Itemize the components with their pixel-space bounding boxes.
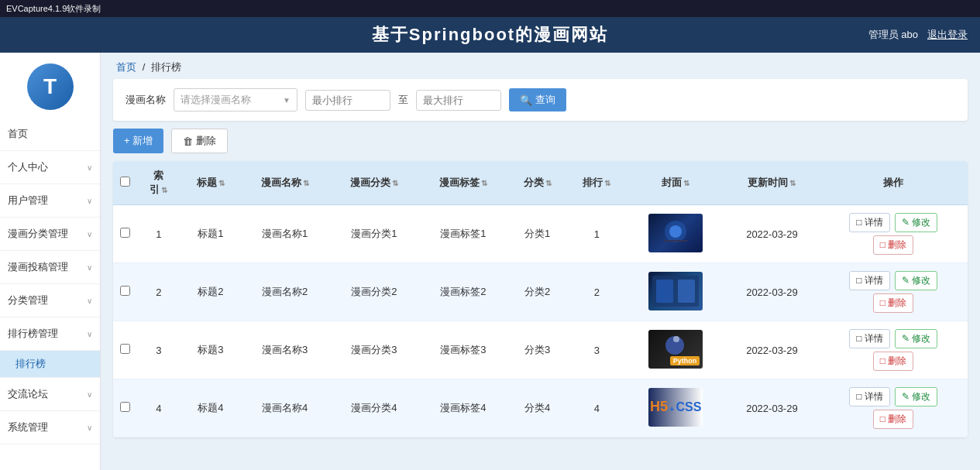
cell-title-1: 标题1 bbox=[181, 205, 241, 263]
table-row: 3 标题3 漫画名称3 漫画分类3 漫画标签3 分类3 3 Python 202… bbox=[113, 321, 968, 379]
sidebar-label-ranking-management: 排行榜管理 bbox=[8, 327, 58, 341]
search-btn-label: 查询 bbox=[535, 93, 555, 107]
min-rank-input[interactable] bbox=[305, 90, 390, 111]
cell-cover-4: H5+CSS bbox=[627, 379, 725, 437]
cell-comic-name-3: 漫画名称3 bbox=[240, 321, 329, 379]
row-checkbox-4[interactable] bbox=[120, 402, 130, 412]
th-title: 标题⇅ bbox=[181, 161, 241, 205]
search-bar: 漫画名称 请选择漫画名称 ▼ 至 🔍 查询 bbox=[113, 79, 968, 121]
chevron-icon: ∨ bbox=[87, 424, 92, 432]
detail-button-3[interactable]: □ 详情 bbox=[849, 329, 890, 348]
sidebar-item-comic-category[interactable]: 漫画分类管理 ∨ bbox=[0, 218, 100, 251]
detail-button-1[interactable]: □ 详情 bbox=[849, 213, 890, 232]
th-comic-name: 漫画名称⇅ bbox=[240, 161, 329, 205]
sidebar-item-category-management[interactable]: 分类管理 ∨ bbox=[0, 284, 100, 317]
cell-action-3: □ 详情 ✎ 修改 □ 删除 bbox=[819, 321, 968, 379]
search-button[interactable]: 🔍 查询 bbox=[509, 88, 566, 111]
th-action: 操作 bbox=[819, 161, 968, 205]
sidebar-item-system-management[interactable]: 系统管理 ∨ bbox=[0, 411, 100, 444]
cell-update-time-4: 2022-03-29 bbox=[725, 379, 820, 437]
th-update-time: 更新时间⇅ bbox=[725, 161, 820, 205]
row-checkbox-2[interactable] bbox=[120, 286, 130, 296]
row-checkbox-cell bbox=[113, 205, 136, 263]
sidebar-item-comic-editor[interactable]: 漫画投稿管理 ∨ bbox=[0, 251, 100, 284]
action-bar: + 新增 🗑 删除 bbox=[113, 129, 968, 153]
chevron-icon: ∨ bbox=[87, 163, 92, 172]
row-checkbox-1[interactable] bbox=[120, 228, 130, 238]
comic-name-placeholder: 请选择漫画名称 bbox=[181, 93, 251, 107]
max-rank-input[interactable] bbox=[416, 90, 501, 111]
sidebar-item-ranking-management[interactable]: 排行榜管理 ∨ bbox=[0, 317, 100, 351]
table-header-row: 索引⇅ 标题⇅ 漫画名称⇅ 漫画分类⇅ 漫画标签⇅ 分类⇅ 排行⇅ 封面⇅ 更新… bbox=[113, 161, 968, 205]
modify-button-4[interactable]: ✎ 修改 bbox=[895, 387, 937, 407]
action-buttons-2: □ 详情 ✎ 修改 □ 删除 bbox=[825, 271, 961, 313]
sidebar-label-ranking: 排行榜 bbox=[15, 358, 46, 369]
cell-ranking-3: 3 bbox=[567, 321, 627, 379]
th-ranking: 排行⇅ bbox=[567, 161, 627, 205]
batch-delete-button[interactable]: 🗑 删除 bbox=[171, 129, 228, 153]
svg-point-7 bbox=[673, 336, 679, 342]
content-area: 首页 / 排行榜 漫画名称 请选择漫画名称 ▼ 至 🔍 查询 + 新增 bbox=[101, 53, 980, 470]
cell-comic-category-1: 漫画分类1 bbox=[329, 205, 418, 263]
avatar: T bbox=[27, 63, 74, 110]
sort-icon: ⇅ bbox=[218, 179, 225, 187]
sort-icon: ⇅ bbox=[683, 179, 689, 187]
modify-button-2[interactable]: ✎ 修改 bbox=[895, 271, 937, 290]
cell-comic-name-1: 漫画名称1 bbox=[240, 205, 329, 263]
avatar-area: T bbox=[0, 53, 100, 118]
sidebar-label-user-management: 用户管理 bbox=[8, 194, 48, 208]
action-buttons-bottom-3: □ 删除 bbox=[873, 352, 914, 371]
search-icon: 🔍 bbox=[520, 94, 532, 106]
sort-icon: ⇅ bbox=[161, 186, 167, 194]
row-checkbox-cell bbox=[113, 263, 136, 321]
detail-button-2[interactable]: □ 详情 bbox=[849, 271, 890, 290]
title-bar-text: EVCapture4.1.9软件录制 bbox=[6, 3, 974, 15]
th-category: 分类⇅ bbox=[507, 161, 567, 205]
chevron-icon: ∨ bbox=[87, 197, 92, 205]
th-cover: 封面⇅ bbox=[627, 161, 725, 205]
action-buttons-top-4: □ 详情 ✎ 修改 bbox=[849, 387, 937, 407]
cell-comic-name-4: 漫画名称4 bbox=[240, 379, 329, 437]
th-comic-category: 漫画分类⇅ bbox=[329, 161, 418, 205]
th-checkbox bbox=[113, 161, 136, 205]
logout-button[interactable]: 退出登录 bbox=[927, 28, 968, 42]
cell-ranking-4: 4 bbox=[567, 379, 627, 437]
sidebar-label-comic-editor: 漫画投稿管理 bbox=[8, 260, 68, 274]
cell-comic-tag-3: 漫画标签3 bbox=[418, 321, 507, 379]
breadcrumb-current: 排行榜 bbox=[151, 61, 181, 73]
ranking-table: 索引⇅ 标题⇅ 漫画名称⇅ 漫画分类⇅ 漫画标签⇅ 分类⇅ 排行⇅ 封面⇅ 更新… bbox=[113, 161, 968, 437]
sidebar-item-ranking[interactable]: 排行榜 bbox=[0, 351, 100, 378]
admin-label: 管理员 abo bbox=[868, 28, 918, 42]
delete-button-3[interactable]: □ 删除 bbox=[873, 352, 914, 371]
select-all-checkbox[interactable] bbox=[120, 177, 130, 187]
cell-index-2: 2 bbox=[136, 263, 181, 321]
add-button[interactable]: + 新增 bbox=[113, 129, 163, 153]
sort-icon: ⇅ bbox=[392, 179, 398, 187]
sidebar-item-profile[interactable]: 个人中心 ∨ bbox=[0, 151, 100, 184]
sidebar-item-home[interactable]: 首页 bbox=[0, 118, 100, 151]
comic-name-select[interactable]: 请选择漫画名称 ▼ bbox=[174, 88, 297, 111]
sidebar-item-user-management[interactable]: 用户管理 ∨ bbox=[0, 184, 100, 218]
row-checkbox-3[interactable] bbox=[120, 344, 130, 354]
delete-button-2[interactable]: □ 删除 bbox=[873, 293, 914, 313]
top-header: 基于Springboot的漫画网站 管理员 abo 退出登录 bbox=[0, 17, 980, 53]
breadcrumb: 首页 / 排行榜 bbox=[101, 53, 980, 79]
cell-index-1: 1 bbox=[136, 205, 181, 263]
modify-button-3[interactable]: ✎ 修改 bbox=[895, 329, 937, 348]
cell-comic-category-2: 漫画分类2 bbox=[329, 263, 418, 321]
cell-comic-tag-2: 漫画标签2 bbox=[418, 263, 507, 321]
modify-button-1[interactable]: ✎ 修改 bbox=[895, 213, 937, 232]
action-buttons-1: □ 详情 ✎ 修改 □ 删除 bbox=[825, 213, 961, 255]
cell-comic-category-4: 漫画分类4 bbox=[329, 379, 418, 437]
delete-button-1[interactable]: □ 删除 bbox=[873, 235, 914, 255]
breadcrumb-home[interactable]: 首页 bbox=[116, 61, 136, 73]
chevron-icon: ∨ bbox=[87, 390, 92, 399]
main-layout: T 首页 个人中心 ∨ 用户管理 ∨ 漫画分类管理 ∨ 漫画投稿管理 ∨ 分类管… bbox=[0, 53, 980, 470]
detail-button-4[interactable]: □ 详情 bbox=[849, 387, 890, 407]
delete-button-4[interactable]: □ 删除 bbox=[873, 410, 914, 429]
chevron-icon: ∨ bbox=[87, 230, 92, 238]
action-buttons-top-3: □ 详情 ✎ 修改 bbox=[849, 329, 937, 348]
sidebar-item-forum[interactable]: 交流论坛 ∨ bbox=[0, 378, 100, 411]
cell-comic-category-3: 漫画分类3 bbox=[329, 321, 418, 379]
chevron-icon: ∨ bbox=[87, 263, 92, 272]
